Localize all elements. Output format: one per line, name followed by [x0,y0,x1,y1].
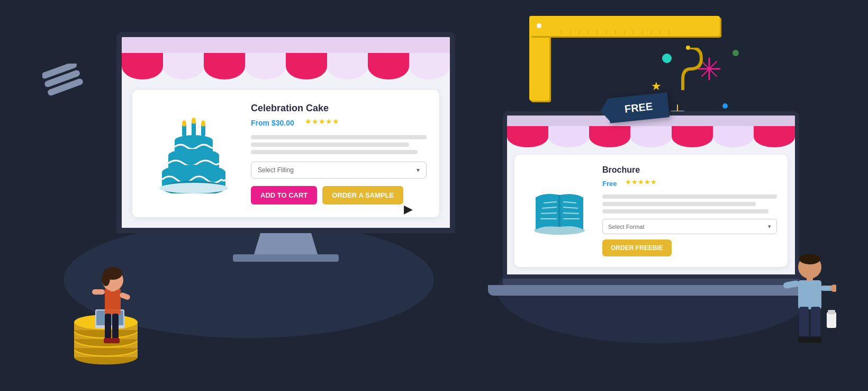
laptop-2: FREE [503,111,799,296]
brochure-price: Free [602,180,617,188]
brochure-stars: ★★★★★ [625,178,657,186]
chevron-down-icon-2: ▾ [768,223,771,230]
svg-rect-47 [92,289,105,295]
svg-rect-71 [811,307,820,339]
svg-rect-46 [111,338,120,343]
svg-point-29 [159,183,228,193]
product-stars: ★★★★★ [305,117,339,126]
svg-rect-78 [828,310,835,314]
monitor-stand [254,233,318,254]
svg-rect-73 [810,336,821,343]
filling-select-label: Select Filling [258,166,294,174]
svg-point-11 [733,50,739,56]
svg-rect-69 [798,280,821,309]
svg-point-67 [799,254,820,264]
svg-rect-52 [110,287,115,291]
order-freebie-button[interactable]: ORDER FREEBIE [602,239,672,256]
add-to-cart-button[interactable]: ADD TO CART [251,186,317,205]
brochure-desc-1 [602,194,777,199]
product-image-area [145,103,240,205]
brochure-desc-3 [602,209,768,214]
svg-point-39 [534,226,585,235]
order-sample-button[interactable]: ORDER A SAMPLE [322,186,403,205]
product-price: From $30.00 [251,119,294,127]
awning-1 [122,37,450,79]
monitor-base [233,254,339,262]
svg-rect-42 [105,288,121,315]
svg-rect-72 [798,336,810,343]
laptop-screen: Brochure Free ★★★★★ Select Format ▾ ORDE… [503,111,799,279]
chevron-down-icon: ▾ [417,166,420,174]
product-card-1: Celebration Cake From $30.00 ★★★★★ Selec… [132,90,439,217]
svg-point-51 [102,271,110,286]
desc-line-2 [251,143,409,147]
laptop-base [488,285,814,296]
format-select-label: Select Format [608,224,644,230]
svg-rect-44 [112,314,119,340]
monitor-screen-body: Celebration Cake From $30.00 ★★★★★ Selec… [116,32,455,233]
svg-rect-48 [119,292,131,300]
product-details: Celebration Cake From $30.00 ★★★★★ Selec… [251,103,427,205]
cursor-icon: ▶ [404,202,413,216]
svg-rect-43 [105,314,111,340]
svg-point-9 [722,103,728,109]
product-title: Celebration Cake [251,103,427,114]
svg-rect-45 [104,338,112,343]
svg-rect-77 [827,312,836,328]
svg-line-36 [563,213,579,214]
monitor-1: Celebration Cake From $30.00 ★★★★★ Selec… [116,32,455,262]
brochure-title: Brochure [602,165,777,175]
product-image-area-2 [525,165,594,256]
brochure-desc-2 [602,202,756,206]
svg-rect-70 [799,307,809,339]
figure-man [783,243,836,362]
filling-select[interactable]: Select Filling ▾ [251,162,427,179]
brochure-image [530,187,589,235]
svg-point-17 [182,120,186,127]
svg-rect-74 [783,280,800,289]
desc-line-1 [251,135,427,139]
product-details-2: Brochure Free ★★★★★ Select Format ▾ ORDE… [602,165,777,256]
ruler [529,16,720,101]
format-select[interactable]: Select Format ▾ [602,219,777,234]
deco-lines [42,64,85,103]
action-buttons: ADD TO CART ORDER A SAMPLE ▶ [251,186,427,205]
svg-rect-15 [192,122,196,136]
cake-image [153,114,232,193]
laptop-hinge [503,279,799,285]
svg-line-32 [541,213,557,214]
svg-point-19 [201,120,205,127]
svg-point-18 [192,118,196,124]
product-card-2: Brochure Free ★★★★★ Select Format ▾ ORDE… [514,155,788,267]
free-label: FREE [624,100,653,114]
desc-line-3 [251,150,418,154]
awning-2 [507,115,795,147]
figure-woman [85,251,143,359]
